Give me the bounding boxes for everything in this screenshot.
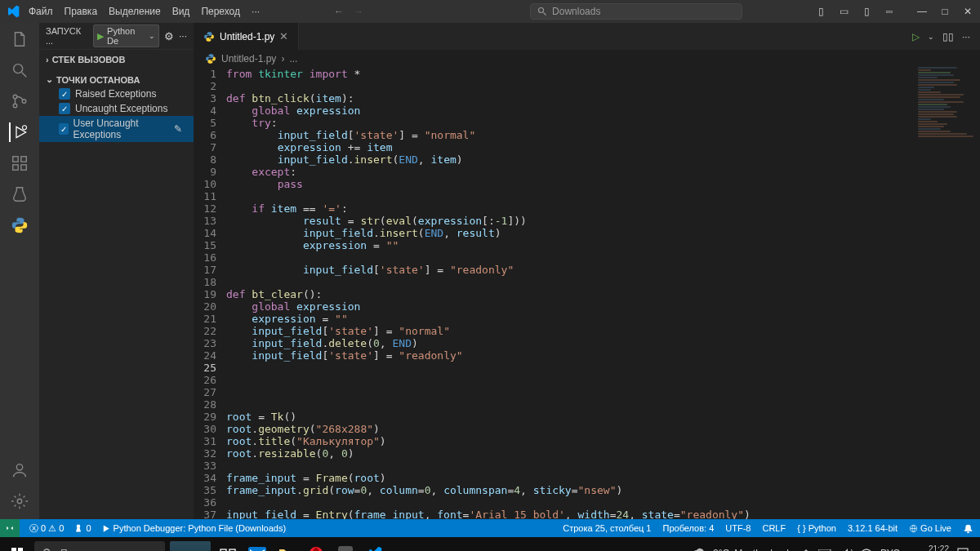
chevron-down-icon: ⌄	[46, 74, 53, 85]
window-maximize-icon[interactable]: □	[939, 6, 951, 17]
taskbar-widget[interactable]	[170, 541, 211, 551]
minimap[interactable]	[915, 66, 980, 519]
nav-forward-icon[interactable]: →	[354, 6, 363, 17]
notifications-icon[interactable]	[963, 523, 973, 534]
checkbox-icon: ✓	[59, 88, 70, 100]
svg-line-1	[544, 13, 546, 16]
search-icon	[537, 7, 547, 16]
svg-point-2	[14, 64, 23, 73]
call-stack-section[interactable]: ›СТЕК ВЫЗОВОВ	[39, 53, 194, 66]
tray-chevron-icon[interactable]: ⌃	[802, 548, 810, 551]
remote-indicator[interactable]	[0, 519, 20, 537]
run-debug-icon[interactable]	[9, 122, 29, 142]
file-explorer-icon[interactable]	[274, 541, 299, 551]
svg-rect-9	[21, 157, 26, 162]
notification-center-icon[interactable]	[957, 548, 969, 551]
debug-config-dropdown[interactable]: ▶ Python De ⌄	[93, 24, 159, 47]
breadcrumb[interactable]: Untitled-1.py › ...	[194, 50, 980, 68]
code-editor[interactable]: 1234567891011121314151617181920212223242…	[194, 68, 980, 519]
eol-status[interactable]: CRLF	[762, 523, 786, 533]
python-icon[interactable]	[10, 216, 29, 235]
testing-icon[interactable]	[10, 184, 29, 204]
edit-icon[interactable]: ✎	[174, 123, 182, 135]
clock[interactable]: 21:22 18.02.2024	[908, 544, 949, 551]
python-file-icon	[205, 53, 216, 64]
svg-point-7	[23, 126, 27, 130]
svg-point-5	[13, 104, 17, 108]
cursor-position[interactable]: Строка 25, столбец 1	[563, 523, 651, 533]
tray-language[interactable]: РУС	[880, 548, 900, 551]
chevron-down-icon: ⌄	[149, 32, 155, 40]
editor-tab[interactable]: Untitled-1.py ✕	[194, 23, 299, 50]
account-icon[interactable]	[10, 460, 29, 480]
python-file-icon	[203, 31, 215, 42]
search-placeholder: Downloads	[552, 6, 600, 17]
run-file-icon[interactable]: ▷	[912, 31, 920, 42]
breakpoint-check[interactable]: ✓Raised Exceptions	[39, 87, 194, 101]
window-minimize-icon[interactable]: —	[916, 6, 928, 17]
task-view-icon[interactable]	[216, 541, 240, 551]
go-live[interactable]: Go Live	[909, 523, 951, 533]
search-icon	[42, 548, 54, 551]
search-view-icon[interactable]	[10, 60, 29, 80]
debugger-status[interactable]: Python Debugger: Python File (Downloads)	[101, 523, 287, 533]
menu-item[interactable]: Переход	[195, 4, 246, 19]
tabbar: Untitled-1.py ✕ ▷ ⌄ ▯▯ ···	[194, 23, 980, 50]
menu-item[interactable]: ···	[246, 4, 265, 19]
git-icon[interactable]	[10, 91, 29, 111]
error-count[interactable]: ⓧ 0 ⚠ 0	[29, 522, 64, 535]
run-menu-chevron-icon[interactable]: ⌄	[928, 33, 934, 41]
svg-rect-10	[13, 165, 18, 170]
command-palette[interactable]: Downloads	[530, 3, 742, 20]
tab-title: Untitled-1.py	[220, 31, 274, 42]
debug-sidebar: ЗАПУСК ... ▶ Python De ⌄ ⚙ ··· ›СТЕК ВЫЗ…	[39, 23, 194, 519]
weather-widget[interactable]: 2°C Mostly cloudy	[692, 547, 794, 551]
gear-icon[interactable]: ⚙	[164, 30, 174, 42]
nav-back-icon[interactable]: ←	[334, 6, 344, 17]
svg-point-6	[22, 100, 26, 104]
extensions-icon[interactable]	[10, 153, 29, 173]
taskbar-search[interactable]: Поиск	[34, 541, 165, 551]
svg-rect-16	[18, 548, 23, 551]
layout-customize-icon[interactable]: ▫▫	[884, 6, 895, 17]
windows-taskbar: Поиск 2°C Mostly cloudy ⌃ РУС 21:22 18.0…	[0, 537, 980, 551]
svg-point-0	[539, 8, 544, 13]
menu-item[interactable]: Файл	[23, 4, 59, 19]
opera-icon[interactable]	[304, 541, 328, 551]
menu-item[interactable]: Правка	[59, 4, 104, 19]
layout-bottom-icon[interactable]: ▭	[838, 6, 849, 17]
checkbox-icon: ✓	[59, 123, 69, 135]
split-editor-icon[interactable]: ▯▯	[942, 31, 954, 42]
menubar: ФайлПравкаВыделениеВидПереход··· ← → Dow…	[0, 0, 980, 23]
mail-icon[interactable]	[245, 541, 270, 551]
svg-point-4	[13, 95, 17, 99]
cloud-icon	[692, 547, 708, 551]
explorer-icon[interactable]	[10, 29, 29, 49]
vscode-taskbar-icon[interactable]	[363, 541, 387, 551]
window-close-icon[interactable]: ✕	[962, 6, 973, 17]
more-icon[interactable]: ···	[179, 30, 187, 42]
app-icon[interactable]	[333, 541, 358, 551]
settings-gear-icon[interactable]	[10, 491, 29, 511]
layout-right-icon[interactable]: ▯	[861, 6, 872, 17]
indent-status[interactable]: Пробелов: 4	[662, 523, 714, 533]
language-status[interactable]: { } Python	[797, 523, 836, 533]
breakpoint-check[interactable]: ✓User Uncaught Exceptions✎	[39, 116, 194, 142]
more-actions-icon[interactable]: ···	[962, 31, 970, 42]
interpreter-status[interactable]: 3.12.1 64-bit	[848, 523, 898, 533]
breakpoint-check[interactable]: ✓Uncaught Exceptions	[39, 101, 194, 116]
svg-rect-26	[338, 546, 353, 551]
menu-item[interactable]: Выделение	[103, 4, 167, 19]
start-button[interactable]	[5, 541, 29, 551]
svg-rect-15	[11, 548, 16, 551]
run-view-title: ЗАПУСК ...	[46, 26, 88, 46]
layout-left-icon[interactable]: ▯	[815, 6, 826, 17]
activitybar	[0, 23, 39, 519]
close-tab-icon[interactable]: ✕	[279, 30, 288, 42]
svg-rect-11	[21, 165, 26, 170]
radio-tower[interactable]: 0	[74, 523, 91, 533]
svg-point-12	[16, 464, 22, 470]
encoding-status[interactable]: UTF-8	[725, 523, 751, 533]
breakpoints-section[interactable]: ⌄ТОЧКИ ОСТАНОВА	[39, 73, 194, 87]
menu-item[interactable]: Вид	[167, 4, 196, 19]
